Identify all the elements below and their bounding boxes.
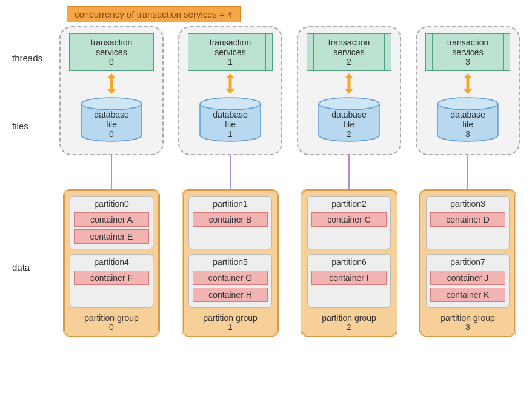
partition-group-2: partition2 container C partition6 contai…	[301, 189, 397, 337]
connector-line-2	[348, 154, 350, 189]
partition-group-1: partition1 container B partition5 contai…	[182, 189, 279, 337]
container-box: container J	[430, 271, 505, 285]
container-box: container G	[193, 271, 268, 285]
bidirectional-arrow-icon	[224, 73, 236, 94]
container-box: container K	[430, 288, 505, 302]
partition-group-label: partition group1	[188, 314, 272, 332]
partition-box: partition6 container I	[307, 254, 391, 308]
partition-box: partition5 container Gcontainer H	[188, 254, 272, 308]
transaction-service-2: transaction services 2	[307, 33, 391, 71]
partition-group-label: partition group2	[307, 314, 391, 332]
partition-group-label: partition group0	[70, 314, 153, 332]
connector-line-1	[230, 154, 231, 189]
database-cylinder-2: databasefile2	[316, 96, 382, 146]
bidirectional-arrow-icon	[105, 73, 118, 94]
service-db-group-0: transaction services 0 databasefile0	[59, 26, 164, 155]
container-box: container F	[74, 271, 149, 285]
database-cylinder-1: databasefile1	[198, 96, 263, 146]
container-box: container E	[74, 229, 149, 244]
partition-box: partition1 container B	[188, 196, 272, 249]
container-box: container B	[193, 212, 268, 227]
database-cylinder-3: databasefile3	[435, 96, 500, 146]
partition-title: partition3	[430, 199, 505, 209]
transaction-service-3: transaction services 3	[425, 33, 510, 71]
row-label-threads: threads	[12, 53, 59, 63]
partition-box: partition0 container Acontainer E	[70, 196, 153, 249]
partition-group-label: partition group3	[426, 314, 510, 332]
partition-box: partition4 container F	[70, 254, 153, 308]
partition-group-3: partition3 container D partition7 contai…	[419, 189, 516, 337]
database-cylinder-0: databasefile0	[79, 96, 144, 146]
bidirectional-arrow-icon	[343, 73, 355, 94]
partition-title: partition4	[74, 257, 149, 267]
container-box: container I	[311, 271, 387, 285]
service-db-group-1: transaction services 1 databasefile1	[178, 26, 282, 155]
partition-group-0: partition0 container Acontainer E partit…	[63, 189, 160, 337]
transaction-service-0: transaction services 0	[69, 33, 154, 71]
partition-title: partition7	[430, 257, 505, 267]
partition-box: partition3 container D	[426, 196, 510, 249]
partition-title: partition0	[74, 199, 149, 209]
connector-line-3	[467, 154, 468, 189]
service-db-group-2: transaction services 2 databasefile2	[297, 26, 401, 155]
transaction-service-1: transaction services 1	[188, 33, 273, 71]
row-label-files: files	[12, 121, 59, 131]
partition-title: partition5	[193, 257, 268, 267]
partition-title: partition2	[311, 199, 387, 209]
container-box: container H	[193, 288, 268, 302]
row-label-data: data	[12, 189, 59, 272]
container-box: container C	[311, 212, 387, 227]
bidirectional-arrow-icon	[462, 73, 474, 94]
partition-box: partition7 container Jcontainer K	[426, 254, 510, 308]
connector-line-0	[111, 154, 112, 189]
partition-title: partition1	[193, 199, 268, 209]
partition-title: partition6	[311, 257, 387, 267]
concurrency-banner: concurrency of transaction services = 4	[67, 6, 241, 22]
container-box: container D	[430, 212, 505, 227]
container-box: container A	[74, 212, 149, 227]
service-db-group-3: transaction services 3 databasefile3	[416, 26, 520, 155]
partition-box: partition2 container C	[307, 196, 391, 249]
